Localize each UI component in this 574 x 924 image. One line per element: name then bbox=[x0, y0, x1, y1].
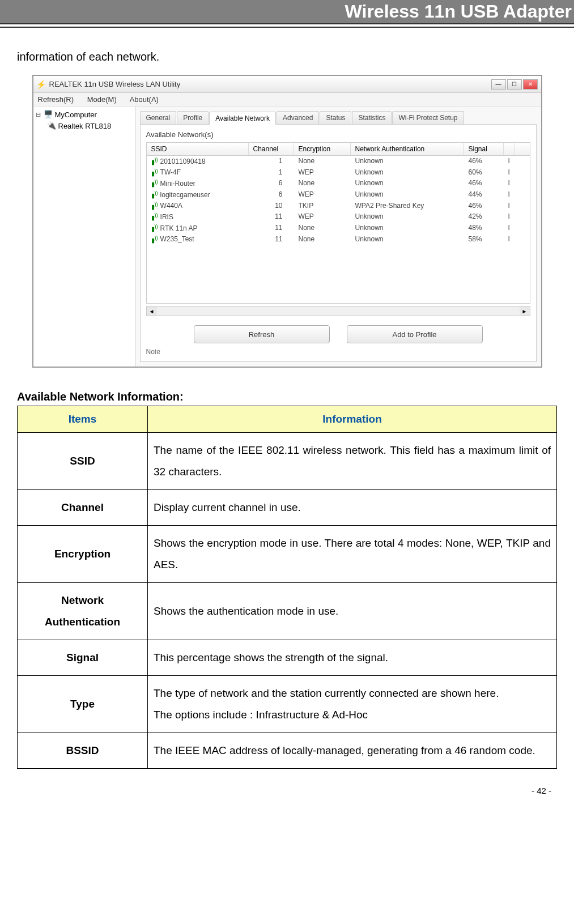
signal-value: 46% bbox=[464, 178, 504, 189]
channel-value: 10 bbox=[249, 201, 294, 212]
col-auth[interactable]: Network Authentication bbox=[351, 143, 464, 155]
signal-value: 44% bbox=[464, 189, 504, 201]
app-icon: ⚡ bbox=[37, 80, 46, 89]
auth-value: WPA2 Pre-Shared Key bbox=[351, 201, 464, 212]
tab-status[interactable]: Status bbox=[320, 111, 351, 124]
intro-text: information of each network. bbox=[17, 50, 557, 63]
maximize-button[interactable]: ☐ bbox=[507, 79, 522, 90]
col-channel[interactable]: Channel bbox=[249, 143, 294, 155]
menubar: Refresh(R) Mode(M) About(A) bbox=[33, 93, 541, 107]
scroll-right-icon[interactable]: ► bbox=[520, 306, 530, 316]
info-row: Network AuthenticationShows the authenti… bbox=[18, 583, 557, 640]
info-header-items: Items bbox=[18, 406, 148, 433]
network-row[interactable]: ▮))logitecgameuser 6 WEP Unknown 44% I bbox=[147, 189, 530, 201]
channel-value: 6 bbox=[249, 178, 294, 189]
info-row: ChannelDisplay current channel in use. bbox=[18, 490, 557, 526]
auth-value: Unknown bbox=[351, 156, 464, 167]
signal-value: 46% bbox=[464, 201, 504, 212]
page-number: - 42 - bbox=[0, 769, 574, 807]
encryption-value: WEP bbox=[294, 167, 351, 178]
network-row[interactable]: ▮))W440A 10 TKIP WPA2 Pre-Shared Key 46%… bbox=[147, 201, 530, 212]
type-value: I bbox=[504, 223, 515, 234]
minimize-button[interactable]: — bbox=[491, 79, 506, 90]
info-description: The type of network and the station curr… bbox=[148, 676, 557, 733]
signal-value: 58% bbox=[464, 234, 504, 245]
tree-collapse-icon[interactable]: ⊟ bbox=[36, 111, 41, 118]
info-row: SSIDThe name of the IEEE 802.11 wireless… bbox=[18, 433, 557, 490]
info-row: BSSIDThe IEEE MAC address of locally-man… bbox=[18, 733, 557, 769]
encryption-value: None bbox=[294, 223, 351, 234]
info-row: EncryptionShows the encryption mode in u… bbox=[18, 526, 557, 583]
tab-advanced[interactable]: Advanced bbox=[277, 111, 319, 124]
tab-statistics[interactable]: Statistics bbox=[352, 111, 392, 124]
tab-general[interactable]: General bbox=[140, 111, 177, 124]
network-row[interactable]: ▮))W235_Test 11 None Unknown 58% I bbox=[147, 234, 530, 245]
type-value: I bbox=[504, 234, 515, 245]
ssid-value: Mini-Router bbox=[160, 180, 195, 188]
tabs: General Profile Available Network Advanc… bbox=[140, 111, 537, 125]
channel-value: 1 bbox=[249, 167, 294, 178]
signal-value: 48% bbox=[464, 223, 504, 234]
menu-mode[interactable]: Mode(M) bbox=[87, 95, 117, 104]
add-to-profile-button[interactable]: Add to Profile bbox=[347, 325, 483, 343]
type-value: I bbox=[504, 167, 515, 178]
ssid-value: RTK 11n AP bbox=[160, 224, 198, 232]
auth-value: Unknown bbox=[351, 167, 464, 178]
auth-value: Unknown bbox=[351, 234, 464, 245]
ssid-value: IRIS bbox=[160, 213, 173, 221]
menu-refresh[interactable]: Refresh(R) bbox=[38, 95, 74, 104]
info-item: SSID bbox=[18, 433, 148, 490]
info-description: This percentage shows the strength of th… bbox=[148, 640, 557, 676]
channel-value: 11 bbox=[249, 223, 294, 234]
encryption-value: None bbox=[294, 234, 351, 245]
tree-child[interactable]: 🔌 Realtek RTL818 bbox=[36, 120, 133, 131]
info-table: Items Information SSIDThe name of the IE… bbox=[17, 406, 557, 769]
channel-value: 11 bbox=[249, 234, 294, 245]
computer-icon: 🖥️ bbox=[44, 110, 53, 119]
col-encryption[interactable]: Encryption bbox=[294, 143, 351, 155]
info-item: Encryption bbox=[18, 526, 148, 583]
network-row[interactable]: ▮))Mini-Router 6 None Unknown 46% I bbox=[147, 178, 530, 189]
auth-value: Unknown bbox=[351, 189, 464, 201]
encryption-value: WEP bbox=[294, 189, 351, 201]
info-heading: Available Network Information: bbox=[17, 390, 557, 403]
info-header-information: Information bbox=[148, 406, 557, 433]
network-row[interactable]: ▮))IRIS 11 WEP Unknown 42% I bbox=[147, 211, 530, 223]
auth-value: Unknown bbox=[351, 211, 464, 223]
type-value: I bbox=[504, 178, 515, 189]
wifi-signal-icon: ▮)) bbox=[151, 202, 158, 211]
menu-about[interactable]: About(A) bbox=[130, 95, 159, 104]
ssid-value: logitecgameuser bbox=[160, 191, 210, 199]
network-row[interactable]: ▮))TW-4F 1 WEP Unknown 60% I bbox=[147, 167, 530, 178]
note-label: Note bbox=[146, 348, 530, 356]
col-ssid[interactable]: SSID bbox=[147, 143, 249, 155]
network-row[interactable]: ▮))201011090418 1 None Unknown 46% I bbox=[147, 156, 530, 167]
tree-root[interactable]: ⊟ 🖥️ MyComputer bbox=[36, 109, 133, 120]
tab-wps[interactable]: Wi-Fi Protect Setup bbox=[392, 111, 464, 124]
page-header: Wireless 11n USB Adapter bbox=[0, 0, 574, 24]
info-description: Display current channel in use. bbox=[148, 490, 557, 526]
encryption-value: TKIP bbox=[294, 201, 351, 212]
tab-profile[interactable]: Profile bbox=[177, 111, 209, 124]
close-button[interactable]: ✕ bbox=[523, 79, 538, 90]
tab-available-network[interactable]: Available Network bbox=[209, 112, 276, 125]
wifi-signal-icon: ▮)) bbox=[151, 190, 158, 199]
info-description: The IEEE MAC address of locally-managed,… bbox=[148, 733, 557, 769]
info-row: SignalThis percentage shows the strength… bbox=[18, 640, 557, 676]
wifi-signal-icon: ▮)) bbox=[151, 235, 158, 244]
encryption-value: None bbox=[294, 156, 351, 167]
type-value: I bbox=[504, 201, 515, 212]
scroll-left-icon[interactable]: ◄ bbox=[147, 306, 157, 316]
refresh-button[interactable]: Refresh bbox=[194, 325, 330, 343]
network-row[interactable]: ▮))RTK 11n AP 11 None Unknown 48% I bbox=[147, 223, 530, 234]
ssid-value: W440A bbox=[160, 202, 182, 210]
type-value: I bbox=[504, 211, 515, 223]
horizontal-scrollbar[interactable]: ◄ ► bbox=[146, 306, 530, 316]
ssid-value: TW-4F bbox=[160, 168, 181, 176]
table-header: SSID Channel Encryption Network Authenti… bbox=[147, 143, 530, 156]
channel-value: 1 bbox=[249, 156, 294, 167]
encryption-value: None bbox=[294, 178, 351, 189]
info-row: TypeThe type of network and the station … bbox=[18, 676, 557, 733]
info-item: Type bbox=[18, 676, 148, 733]
col-signal[interactable]: Signal bbox=[464, 143, 504, 155]
